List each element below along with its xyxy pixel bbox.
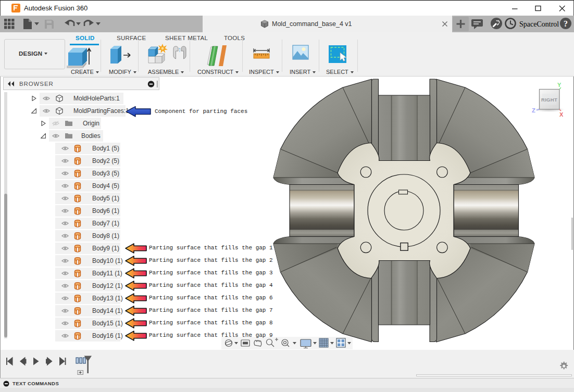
svg-text:?: ? bbox=[564, 19, 568, 28]
